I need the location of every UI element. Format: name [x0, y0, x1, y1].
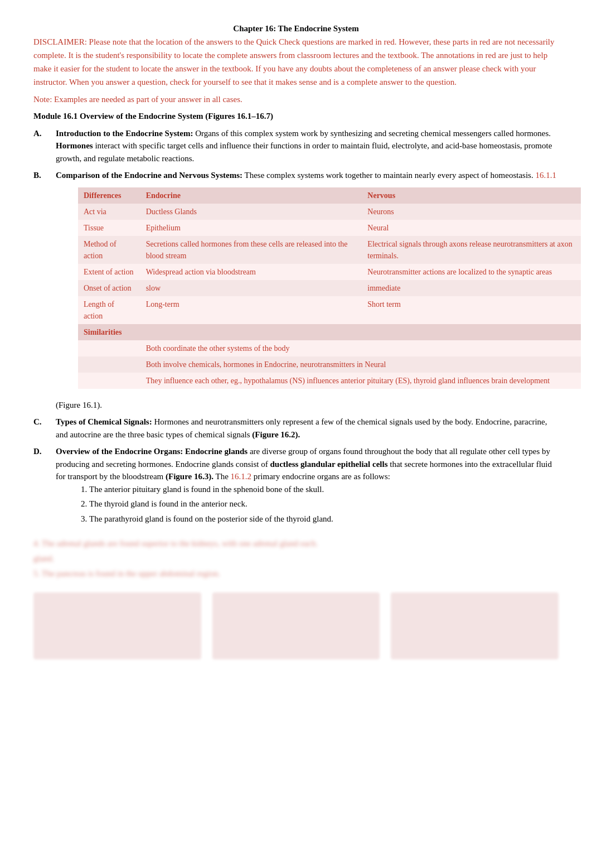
cell-col2: Secretions called hormones from these ce…	[140, 236, 362, 264]
cell-col2: Long-term	[140, 296, 362, 324]
blurred-images-section	[33, 592, 559, 659]
table-row: Extent of actionWidespread action via bl…	[78, 264, 581, 280]
sim-text-cell: Both involve chemicals, hormones in Endo…	[140, 356, 581, 373]
list-item: The anterior pituitary gland is found in…	[89, 483, 559, 496]
cell-col3: Neurons	[362, 204, 581, 220]
table-row: Method of actionSecretions called hormon…	[78, 236, 581, 264]
cell-col1: Extent of action	[78, 264, 140, 280]
section-d-heading: Overview of the Endocrine Organs: Endocr…	[56, 447, 248, 456]
section-d: D. Overview of the Endocrine Organs: End…	[33, 445, 559, 527]
table-row: Act viaDuctless GlandsNeurons	[78, 204, 581, 220]
section-a-heading: Introduction to the Endocrine System:	[56, 129, 193, 138]
section-a-text2: interact with specific target cells and …	[56, 141, 552, 163]
similarities-row: They influence each other, eg., hypothal…	[78, 373, 581, 389]
section-a-text1: Organs of this complex system work by sy…	[193, 129, 551, 138]
cell-col2: Epithelium	[140, 220, 362, 236]
section-a-label: A.	[33, 127, 56, 165]
section-c: C. Types of Chemical Signals: Hormones a…	[33, 416, 559, 441]
similarities-header-cell: Similarities	[78, 324, 581, 340]
section-b-text: These complex systems work together to m…	[242, 171, 535, 180]
sim-empty-col1	[78, 356, 140, 373]
table-row: Onset of actionslowimmediate	[78, 280, 581, 296]
section-d-ref: 16.1.2	[231, 472, 252, 481]
section-b-label: B.	[33, 169, 56, 394]
section-c-heading: Types of Chemical Signals:	[56, 417, 152, 426]
cell-col1: Onset of action	[78, 280, 140, 296]
cell-col2: Widespread action via bloodstream	[140, 264, 362, 280]
table-row: TissueEpitheliumNeural	[78, 220, 581, 236]
cell-col2: Ductless Glands	[140, 204, 362, 220]
blurred-text-section: 4. The adrenal glands are found superior…	[33, 536, 559, 581]
module-title: Module 16.1 Overview of the Endocrine Sy…	[33, 110, 559, 123]
table-header-row: Differences Endocrine Nervous	[78, 187, 581, 204]
section-d-content: Overview of the Endocrine Organs: Endocr…	[56, 445, 559, 527]
col1-header: Differences	[78, 187, 140, 204]
blurred-line: 4. The adrenal glands are found superior…	[33, 536, 559, 551]
hormones-bold: Hormones	[56, 141, 93, 150]
section-d-list: The anterior pituitary gland is found in…	[89, 483, 559, 525]
sim-empty-col1	[78, 373, 140, 389]
blurred-img-3	[391, 592, 559, 659]
cell-col3: Neural	[362, 220, 581, 236]
similarities-row: Both involve chemicals, hormones in Endo…	[78, 356, 581, 373]
cell-col1: Method of action	[78, 236, 140, 264]
blurred-img-1	[33, 592, 201, 659]
cell-col1: Act via	[78, 204, 140, 220]
list-item: The thyroid gland is found in the anteri…	[89, 498, 559, 510]
sim-text-cell: Both coordinate the other systems of the…	[140, 340, 581, 356]
figure-3-bold: (Figure 16.3).	[166, 472, 213, 481]
cell-col1: Tissue	[78, 220, 140, 236]
disclaimer-text: DISCLAIMER: Please note that the locatio…	[33, 35, 559, 89]
figure-ref: (Figure 16.1).	[56, 399, 559, 412]
section-b-content: Comparison of the Endocrine and Nervous …	[56, 169, 559, 394]
cell-col3: Short term	[362, 296, 581, 324]
section-a: A. Introduction to the Endocrine System:…	[33, 127, 559, 165]
cell-col2: slow	[140, 280, 362, 296]
sim-empty-col1	[78, 340, 140, 356]
section-d-text4: primary endocrine organs are as follows:	[251, 472, 390, 481]
col3-header: Nervous	[362, 187, 581, 204]
section-c-bold-ref: (Figure 16.2).	[252, 430, 300, 439]
blurred-line: gland.	[33, 551, 559, 566]
sim-text-cell: They influence each other, eg., hypothal…	[140, 373, 581, 389]
section-b-heading: Comparison of the Endocrine and Nervous …	[56, 171, 242, 180]
section-b-ref: 16.1.1	[535, 171, 556, 180]
cell-col3: Neurotransmitter actions are localized t…	[362, 264, 581, 280]
similarities-row: Both coordinate the other systems of the…	[78, 340, 581, 356]
table-row: Length of actionLong-termShort term	[78, 296, 581, 324]
cell-col3: Electrical signals through axons release…	[362, 236, 581, 264]
comparison-table: Differences Endocrine Nervous Act viaDuc…	[78, 187, 581, 389]
section-a-content: Introduction to the Endocrine System: Or…	[56, 127, 559, 165]
note-text: Note: Examples are needed as part of you…	[33, 93, 559, 106]
blurred-img-2	[212, 592, 380, 659]
page-title: Chapter 16: The Endocrine System	[33, 22, 559, 35]
cell-col3: immediate	[362, 280, 581, 296]
blurred-line: 5. The pancreas is found in the upper ab…	[33, 566, 559, 581]
section-c-label: C.	[33, 416, 56, 441]
list-item: The parathyroid gland is found on the po…	[89, 513, 559, 525]
ductless-bold: ductless glandular epithelial cells	[270, 460, 388, 469]
cell-col1: Length of action	[78, 296, 140, 324]
col2-header: Endocrine	[140, 187, 362, 204]
section-d-text3: The	[213, 472, 231, 481]
section-d-label: D.	[33, 445, 56, 527]
similarities-header-row: Similarities	[78, 324, 581, 340]
section-b: B. Comparison of the Endocrine and Nervo…	[33, 169, 559, 394]
section-c-content: Types of Chemical Signals: Hormones and …	[56, 416, 559, 441]
